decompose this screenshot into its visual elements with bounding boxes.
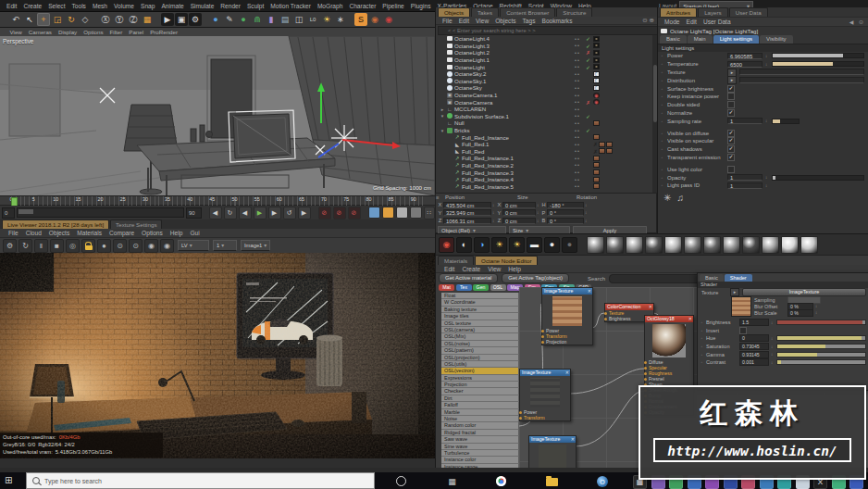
light-tag-chip[interactable]	[593, 64, 600, 69]
object-name[interactable]: Full_Red	[462, 148, 484, 155]
object-row-octanelight[interactable]: OctaneLight••✓	[436, 63, 652, 70]
visibility-dots[interactable]: ••	[575, 57, 580, 63]
filter-chip-gen[interactable]: Gen	[473, 284, 489, 291]
expand-arrow[interactable]: ▾	[440, 113, 445, 119]
attr-subtab-visibility[interactable]: Visibility	[760, 35, 793, 44]
material-picker-icon[interactable]: ⊙	[129, 239, 143, 253]
field-slider[interactable]	[772, 175, 864, 181]
visibility-dots[interactable]: ••	[575, 148, 580, 154]
node-type-turbulence[interactable]: Turbulence	[441, 450, 519, 457]
om-menu-edit[interactable]: Edit	[456, 18, 472, 24]
cortana-icon[interactable]	[396, 476, 406, 486]
om-menu-view[interactable]: View	[473, 18, 491, 24]
visibility-dots[interactable]: ••	[575, 99, 580, 105]
position-field[interactable]: 1066.31 cm	[443, 218, 491, 224]
white-sphere-icon[interactable]: ●	[544, 237, 560, 253]
filter-chip-osl[interactable]: OSL	[490, 284, 506, 291]
node-type-marble[interactable]: Marble	[441, 409, 519, 416]
tag-chips[interactable]	[593, 134, 600, 140]
stepper-icon[interactable]: ↕	[537, 210, 540, 215]
material-tag-chip[interactable]	[593, 120, 600, 126]
om-menu-file[interactable]: File	[440, 18, 455, 24]
menu-snap[interactable]: Snap	[138, 3, 157, 9]
stepper-icon[interactable]: ↕	[765, 54, 769, 58]
anim-dot[interactable]: ◦	[700, 328, 704, 333]
material-thumbnail-3[interactable]	[645, 236, 663, 254]
graph-node-imagetexture-4[interactable]: ImageTexture✕PowerTransform	[528, 435, 577, 472]
axis-x-lock-icon[interactable]: Ⓧ	[99, 13, 112, 26]
field-checkbox[interactable]	[727, 101, 735, 108]
node-close-icon[interactable]: ✕	[565, 370, 569, 376]
field-checkbox[interactable]	[727, 93, 735, 100]
anim-dot[interactable]: ◦	[700, 344, 704, 349]
object-name[interactable]: Full_Red_Instance.3	[462, 169, 514, 176]
stepper-icon[interactable]: ↕	[815, 310, 819, 315]
paint-tool-icon[interactable]: ✎	[223, 13, 236, 26]
sketch-material-icon[interactable]: S	[354, 13, 367, 26]
node-type-osl-vectron[interactable]: OSL(vectron)	[441, 368, 519, 374]
node-type-osl-texture[interactable]: OSL texture	[441, 320, 519, 327]
tag-chips[interactable]: ☾	[593, 78, 600, 83]
object-name[interactable]: OctaneLight.3	[454, 43, 490, 49]
object-name[interactable]: Full_Red_Instance.2	[462, 162, 514, 169]
live-viewer-menu-objects[interactable]: Objects	[46, 230, 72, 236]
key-button-0[interactable]	[368, 207, 380, 219]
keyframe-notes-icon[interactable]: ♫	[676, 193, 684, 203]
texture-value-button[interactable]: ImageTexture	[742, 288, 866, 296]
menu-edit[interactable]: Edit	[4, 3, 19, 9]
field-value[interactable]: 0.73045	[739, 343, 769, 350]
field-slider[interactable]	[776, 352, 866, 357]
object-name[interactable]: Full_Red_Instance.4	[462, 176, 514, 182]
scale-tool-icon[interactable]: ◲	[51, 13, 64, 26]
lock-resolution-icon[interactable]	[81, 239, 95, 253]
anim-dot[interactable]: ◦	[660, 155, 664, 160]
material-thumbnail-11[interactable]	[800, 236, 818, 254]
frame-slider-handle[interactable]	[19, 209, 33, 214]
frame-range-slider[interactable]	[17, 207, 184, 218]
object-row-octanelight-2[interactable]: OctaneLight.2••✗	[436, 49, 652, 56]
om-menu-bookmarks[interactable]: Bookmarks	[539, 18, 575, 24]
field-value[interactable]: 1	[727, 174, 763, 181]
size-field[interactable]: 0 cm	[502, 202, 536, 208]
menu-mesh[interactable]: Mesh	[90, 3, 110, 9]
enable-check[interactable]: ✓	[586, 43, 590, 49]
filter-chip-tex[interactable]: Tex	[456, 284, 472, 291]
object-row-full-red-instance-1[interactable]: ↗Full_Red_Instance.1••	[436, 155, 652, 162]
texture-field[interactable]	[739, 69, 864, 75]
object-row-octanecamera[interactable]: ▣OctaneCamera••✗◉	[436, 98, 652, 106]
menu-create[interactable]: Create	[20, 3, 44, 9]
visibility-dots[interactable]: ••	[575, 78, 580, 83]
live-viewer-menu-gui[interactable]: Gui	[187, 230, 202, 236]
field-slider[interactable]	[776, 335, 866, 341]
object-name[interactable]: Bricks	[454, 127, 470, 133]
viewport-menu-prorender[interactable]: ProRender	[148, 29, 180, 35]
light-settings-section-header[interactable]: Light settings	[658, 44, 868, 52]
tag-chips[interactable]	[593, 169, 600, 175]
enable-check[interactable]: ✓	[586, 113, 590, 119]
visibility-dots[interactable]: ••	[575, 142, 580, 147]
coord-system-icon[interactable]: ▦	[141, 13, 154, 26]
anim-dot[interactable]: ◦	[660, 138, 664, 144]
object-row-full-red-instance[interactable]: ↗Full_Red_Instance••	[436, 133, 652, 141]
menu-volume[interactable]: Volume	[111, 3, 137, 9]
live-viewer-menu-materials[interactable]: Materials	[74, 230, 105, 236]
render-settings-icon[interactable]: ⚙	[189, 13, 202, 26]
material-tag-chip[interactable]	[593, 156, 600, 161]
size-field[interactable]: 0 cm	[502, 209, 536, 216]
visibility-dots[interactable]: ••	[575, 113, 580, 119]
attr-menu-mode[interactable]: Mode	[662, 19, 683, 25]
record-rotation-button[interactable]: ⊘	[348, 207, 361, 219]
object-name[interactable]: OctaneLight.2	[454, 49, 490, 56]
loop-button[interactable]: ↺	[283, 207, 296, 219]
field-checkbox[interactable]: ✓	[727, 85, 735, 93]
anim-dot[interactable]: ◦	[700, 320, 704, 325]
anim-dot[interactable]: ◦	[660, 61, 664, 67]
material-tag-chip[interactable]	[599, 148, 605, 154]
viewport-menu-options[interactable]: Options	[81, 29, 105, 35]
lv-dropdown-2[interactable]: Image1▾	[241, 240, 270, 251]
record-scale-button[interactable]: ⊘	[333, 207, 346, 219]
dark-sphere-icon[interactable]: ●	[562, 237, 577, 253]
position-field[interactable]: 325.949 cm	[443, 209, 491, 216]
object-row-full-red-instance-5[interactable]: ↗Full_Red_Instance.5••	[436, 182, 652, 190]
ne-menu-view[interactable]: View	[485, 266, 503, 272]
